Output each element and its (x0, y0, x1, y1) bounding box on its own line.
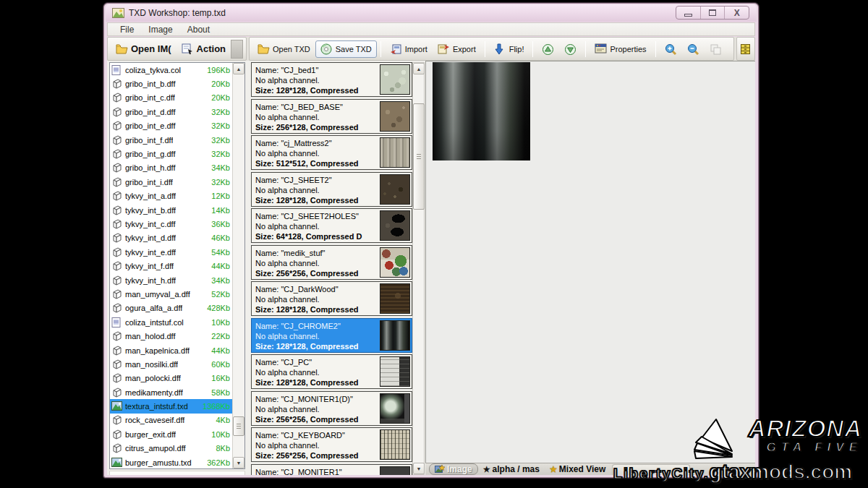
texture-entry[interactable]: Name: "medik_stuf"No alpha channel.Size:… (251, 245, 412, 280)
file-row[interactable]: textura_intstuf.txd1368Kb (110, 399, 232, 413)
col-file-icon (111, 317, 123, 328)
save-txd-button[interactable]: Save TXD (315, 40, 377, 58)
file-row[interactable]: gribo_int_b.dff20Kb (110, 77, 232, 90)
file-row[interactable]: man_nosilki.dff60Kb (110, 357, 232, 371)
properties-button[interactable]: Properties (590, 40, 651, 58)
texture-entry[interactable]: Name: "CJ_DarkWood"No alpha channel.Size… (251, 281, 412, 316)
file-row[interactable]: man_polocki.dff16Kb (110, 372, 232, 385)
cabinet-button[interactable] (738, 41, 754, 57)
file-row[interactable]: medikamenty.dff58Kb (110, 385, 232, 399)
file-name: gribo_int_c.dff (125, 93, 175, 102)
col-file-icon (111, 65, 123, 75)
flip-arrow-icon (494, 43, 506, 55)
file-row[interactable]: gribo_int_d.dff32Kb (110, 105, 232, 119)
open-img-button[interactable]: Open IM( (111, 40, 176, 58)
copy-icon (710, 43, 722, 55)
file-row[interactable]: burger_amustu.txd362Kb (110, 455, 232, 468)
file-row[interactable]: gribo_int_f.dff32Kb (110, 133, 232, 147)
file-row[interactable]: coliza_tykva.col196Kb (110, 63, 232, 77)
zoom-out-button[interactable] (682, 40, 705, 58)
export-button[interactable]: Export (433, 40, 481, 58)
file-row[interactable]: man_kapelnica.dff44Kb (110, 343, 232, 357)
file-name: tykvy_int_f.dff (125, 262, 174, 270)
texture-entry[interactable]: Name: "CJ_MONITER1(D)"No alpha channel.S… (251, 391, 412, 426)
file-row[interactable]: man_holod.dff22Kb (110, 329, 232, 343)
scroll-down-button[interactable]: ▼ (413, 463, 425, 474)
texture-entry[interactable]: Name: "CJ_MONITER1"No alpha channel.Size… (251, 464, 412, 476)
texture-entry[interactable]: Name: "CJ_CHROME2"No alpha channel.Size:… (251, 318, 412, 353)
file-row[interactable]: tykvy_int_b.dff14Kb (110, 203, 232, 217)
toolbar-separator (532, 41, 533, 57)
scroll-down-button[interactable]: ▼ (233, 457, 244, 468)
dff-file-icon (111, 135, 123, 145)
move-down-button[interactable] (559, 40, 582, 58)
texture-name: Name: "CJ_SHEET2" (255, 175, 375, 185)
texture-entry[interactable]: Name: "cj_Mattress2"No alpha channel.Siz… (251, 135, 412, 170)
file-row[interactable]: man_umyval_a.dff52Kb (110, 287, 232, 301)
file-row[interactable]: tykvy_int_d.dff46Kb (110, 231, 232, 245)
inactive-tab[interactable] (612, 464, 690, 475)
texture-entry[interactable]: Name: "CJ_SHEET2"No alpha channel.Size: … (251, 172, 412, 207)
open-txd-button[interactable]: Open TXD (252, 40, 315, 58)
title-bar[interactable]: TXD Workshop: temp.txd X (106, 4, 757, 22)
flip-button[interactable]: Flip! (489, 40, 529, 58)
menu-image[interactable]: Image (142, 23, 179, 36)
file-name: medikamenty.dff (125, 388, 183, 397)
file-row[interactable]: rock_caveseif.dff4Kb (110, 414, 232, 427)
maximize-button[interactable] (701, 7, 726, 19)
file-name: tykvy_int_h.dff (125, 276, 176, 285)
file-name: man_polocki.dff (125, 374, 181, 382)
copy-button[interactable] (705, 40, 727, 58)
scrollbar-thumb[interactable] (413, 103, 425, 210)
minimize-button[interactable] (676, 7, 701, 19)
file-size: 46Kb (211, 234, 232, 242)
zoom-in-button[interactable] (660, 40, 682, 58)
texture-entry[interactable]: Name: "CJ_PC"No alpha channel.Size: 128*… (251, 354, 412, 389)
close-button[interactable]: X (725, 7, 749, 19)
move-up-button[interactable] (537, 40, 559, 58)
dff-file-icon (111, 303, 123, 313)
file-row[interactable]: gribo_int_g.dff32Kb (110, 147, 232, 160)
texture-entry[interactable]: Name: "CJ_BED_BASE"No alpha channel.Size… (251, 99, 412, 134)
texture-entry[interactable]: Name: "CJ_bed1"No alpha channel.Size: 12… (251, 62, 412, 97)
file-row[interactable]: tykvy_int_c.dff36Kb (110, 217, 232, 231)
file-row[interactable]: ogura_alfa_a.dff428Kb (110, 301, 232, 315)
scroll-up-button[interactable]: ▲ (233, 63, 244, 74)
file-size: 52Kb (211, 290, 232, 299)
tab-alpha-mask[interactable]: ★ alpha / mas (478, 463, 545, 475)
tab-image[interactable]: Image (429, 463, 478, 475)
file-row[interactable]: tykvy_int_a.dff12Kb (110, 189, 232, 203)
toolbar-separator (585, 41, 586, 57)
menu-about[interactable]: About (181, 23, 216, 36)
file-row[interactable]: burger_exit.dff10Kb (110, 427, 232, 441)
file-size: 16Kb (211, 374, 232, 382)
file-size: 22Kb (211, 332, 232, 341)
dff-file-icon (111, 275, 123, 286)
texture-list-scrollbar[interactable]: ▲ ▼ (412, 62, 425, 475)
file-size: 14Kb (211, 206, 232, 215)
texture-alpha-info: No alpha channel. (255, 294, 375, 304)
file-row[interactable]: gribo_int_h.dff34Kb (110, 161, 232, 175)
file-row[interactable]: tykvy_int_e.dff54Kb (110, 245, 232, 259)
file-list-scrollbar[interactable]: ▲ ▼ (232, 63, 244, 468)
file-row[interactable]: gribo_int_e.dff32Kb (110, 119, 232, 133)
file-row[interactable]: tykvy_int_f.dff44Kb (110, 259, 232, 273)
import-button[interactable]: Import (385, 40, 433, 58)
texture-entry[interactable]: Name: "CJ_KEYBOARD"No alpha channel.Size… (251, 427, 412, 462)
file-row[interactable]: gribo_int_c.dff20Kb (110, 91, 232, 105)
texture-list: Name: "CJ_bed1"No alpha channel.Size: 12… (251, 62, 412, 475)
file-row[interactable]: coliza_intstuf.col10Kb (110, 315, 232, 329)
texture-name: Name: "CJ_MONITER1(D)" (255, 394, 375, 404)
dff-file-icon (111, 388, 123, 398)
file-row[interactable]: tykvy_int_h.dff34Kb (110, 273, 232, 287)
tab-mixed-view[interactable]: ★ Mixed View (545, 463, 610, 475)
texture-size-info: Size: 128*128, Compressed (255, 377, 375, 388)
scroll-up-button[interactable]: ▲ (413, 63, 425, 74)
action-button[interactable]: Action (176, 40, 231, 58)
scrollbar-thumb[interactable] (233, 416, 244, 436)
file-row[interactable]: gribo_int_i.dff32Kb (110, 175, 232, 189)
texture-entry[interactable]: Name: "CJ_SHEET2HOLES"No alpha channel.S… (251, 208, 412, 243)
file-row[interactable]: citrus_amupol.dff8Kb (110, 442, 232, 455)
menu-file[interactable]: File (114, 23, 140, 36)
texture-name: Name: "CJ_KEYBOARD" (255, 430, 375, 440)
